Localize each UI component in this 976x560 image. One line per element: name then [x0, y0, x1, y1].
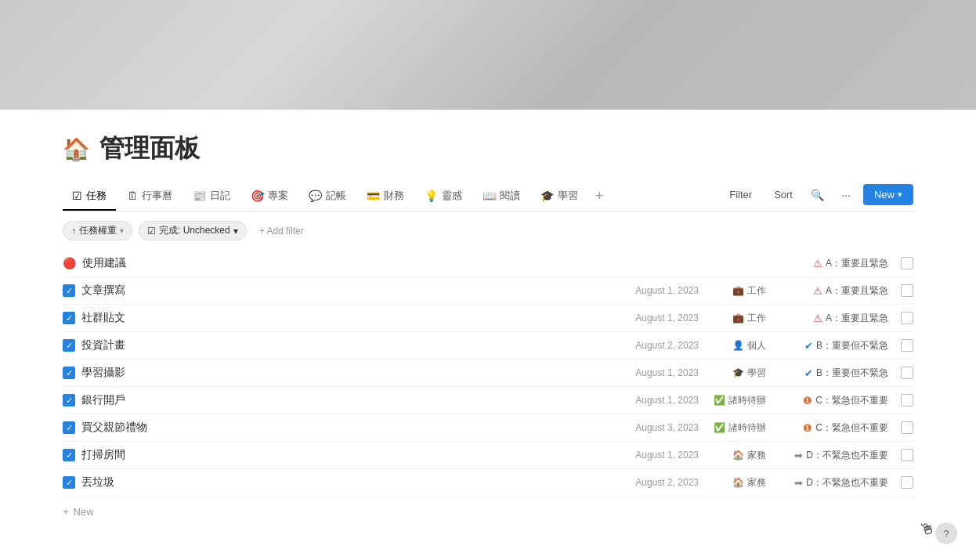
task-row[interactable]: ✓ 學習攝影 August 1, 2023 🎓學習 ✔ B：重要但不緊急 [63, 359, 913, 387]
task-category: 🎓學習 [711, 367, 766, 380]
task-row[interactable]: ✓ 丟垃圾 August 2, 2023 🏠家務 ➡ D：不緊急也不重要 [63, 469, 913, 497]
tab-learning[interactable]: 🎓學習 [531, 182, 587, 211]
help-button[interactable]: ? [935, 522, 957, 544]
task-row-checkbox[interactable] [901, 394, 913, 406]
task-name: 打掃房間 [81, 448, 629, 462]
filter-button[interactable]: Filter [721, 185, 760, 204]
task-category: 💼工作 [711, 312, 766, 325]
tab-reading[interactable]: 📖閱讀 [473, 182, 530, 211]
task-status-check[interactable]: ✓ [63, 339, 75, 352]
sort-button[interactable]: Sort [766, 185, 801, 204]
priority-icon: ✔ [804, 367, 813, 379]
task-name: 學習攝影 [81, 366, 629, 380]
task-date: August 1, 2023 [635, 450, 699, 461]
tab-label-reading: 閱讀 [500, 189, 520, 203]
tab-icon-finance: 💳 [367, 190, 380, 202]
task-status-check[interactable]: ✓ [63, 367, 75, 379]
page-icon: 🏠 [63, 136, 90, 162]
more-button[interactable]: ··· [835, 184, 857, 206]
search-button[interactable]: 🔍 [807, 184, 829, 206]
task-row[interactable]: ✓ 投資計畫 August 2, 2023 👤個人 ✔ B：重要但不緊急 [63, 332, 913, 359]
task-date: August 2, 2023 [635, 477, 699, 488]
priority-label: B：重要但不緊急 [816, 367, 888, 380]
category-icon: 🎓 [732, 367, 744, 378]
tab-icon-calendar: 🗓 [127, 190, 138, 202]
filters-row: ↑ 任務權重 ▾ ☑ 完成: Unchecked ▾ + Add filter [63, 211, 913, 247]
tab-ideas[interactable]: 💡靈感 [415, 182, 472, 211]
task-priority: ⚠ A：重要且緊急 [779, 257, 888, 270]
tab-diary[interactable]: 📰日記 [183, 182, 240, 211]
task-row[interactable]: ✓ 文章撰寫 August 1, 2023 💼工作 ⚠ A：重要且緊急 [63, 277, 913, 305]
task-status-check[interactable]: ✓ [63, 476, 75, 489]
task-date: August 2, 2023 [635, 340, 699, 351]
task-category: ✅諸時待辦 [711, 421, 766, 435]
task-name: 買父親節禮物 [81, 421, 629, 435]
priority-filter-icon: ↑ [71, 226, 76, 237]
tab-label-tasks: 任務 [86, 189, 107, 203]
task-row[interactable]: ✓ 銀行開戶 August 1, 2023 ✅諸時待辦 ❶ C：緊急但不重要 [63, 387, 913, 414]
task-meta: ⚠ A：重要且緊急 [779, 257, 888, 270]
done-filter-label: 完成: Unchecked [159, 224, 230, 237]
tab-calendar[interactable]: 🗓行事曆 [117, 182, 182, 211]
task-row-checkbox[interactable] [901, 284, 913, 297]
priority-label: C：緊急但不重要 [815, 394, 888, 407]
task-row-checkbox[interactable] [901, 421, 913, 434]
page-content: 🏠 管理面板 ☑任務🗓行事曆📰日記🎯專案💬記帳💳財務💡靈感📖閱讀🎓學習+ Fil… [0, 110, 976, 560]
add-filter-button[interactable]: + Add filter [253, 223, 310, 239]
task-meta: August 1, 2023 💼工作 ⚠ A：重要且緊急 [635, 312, 888, 325]
priority-label: D：不緊急也不重要 [806, 449, 888, 462]
tab-icon-diary: 📰 [193, 190, 206, 202]
task-row-checkbox[interactable] [901, 449, 913, 461]
task-meta: August 2, 2023 🏠家務 ➡ D：不緊急也不重要 [635, 476, 888, 490]
task-row-checkbox[interactable] [901, 476, 913, 489]
tab-icon-learning: 🎓 [540, 190, 554, 202]
category-icon: 💼 [732, 285, 744, 296]
task-row[interactable]: ✓ 買父親節禮物 August 3, 2023 ✅諸時待辦 ❶ C：緊急但不重要 [63, 414, 913, 442]
tab-ledger[interactable]: 💬記帳 [299, 182, 356, 211]
tab-tasks[interactable]: ☑任務 [63, 182, 116, 211]
task-status-check[interactable]: ✓ [63, 284, 75, 297]
task-status-check[interactable]: ✓ [63, 449, 75, 461]
tab-label-diary: 日記 [210, 189, 230, 203]
page-title: 管理面板 [99, 132, 200, 166]
priority-filter-arrow: ▾ [120, 226, 124, 235]
header-banner [0, 0, 976, 110]
task-status-check[interactable]: ✓ [63, 421, 75, 434]
task-row[interactable]: 🔴 使用建議 ⚠ A：重要且緊急 [63, 250, 913, 277]
new-task-plus-icon: + [63, 506, 69, 518]
priority-label: D：不緊急也不重要 [806, 476, 888, 490]
task-row-checkbox[interactable] [901, 312, 913, 324]
add-filter-label: + Add filter [259, 226, 304, 237]
task-row-checkbox[interactable] [901, 257, 913, 269]
task-priority: ⚠ A：重要且緊急 [779, 312, 888, 325]
task-date: August 1, 2023 [635, 313, 699, 323]
priority-filter-label: 任務權重 [79, 224, 117, 237]
task-meta: August 1, 2023 ✅諸時待辦 ❶ C：緊急但不重要 [635, 394, 888, 407]
task-row-checkbox[interactable] [901, 339, 913, 352]
category-icon: ✅ [714, 422, 725, 433]
task-category: 👤個人 [711, 339, 766, 352]
tab-project[interactable]: 🎯專案 [241, 182, 298, 211]
task-row-checkbox[interactable] [901, 367, 913, 379]
task-status-check[interactable]: ✓ [63, 394, 75, 406]
tab-add-button[interactable]: + [589, 182, 610, 211]
tab-finance[interactable]: 💳財務 [357, 182, 414, 211]
new-task-row[interactable]: + New [63, 497, 913, 521]
priority-filter[interactable]: ↑ 任務權重 ▾ [63, 221, 132, 240]
task-meta: August 1, 2023 🏠家務 ➡ D：不緊急也不重要 [635, 449, 888, 462]
task-date: August 1, 2023 [635, 367, 699, 378]
task-date: August 1, 2023 [635, 285, 699, 296]
task-name: 投資計畫 [81, 338, 629, 352]
task-name: 銀行開戶 [81, 393, 629, 407]
new-button[interactable]: New ▾ [863, 184, 913, 205]
tab-label-learning: 學習 [558, 189, 578, 203]
new-task-label: New [74, 506, 94, 518]
task-status-check[interactable]: ✓ [63, 312, 75, 324]
task-category: 💼工作 [711, 284, 766, 298]
done-filter-icon: ☑ [147, 226, 156, 237]
task-row[interactable]: ✓ 打掃房間 August 1, 2023 🏠家務 ➡ D：不緊急也不重要 [63, 442, 913, 469]
done-filter[interactable]: ☑ 完成: Unchecked ▾ [139, 221, 247, 240]
priority-label: A：重要且緊急 [826, 257, 888, 270]
task-name: 使用建議 [82, 256, 772, 270]
task-row[interactable]: ✓ 社群貼文 August 1, 2023 💼工作 ⚠ A：重要且緊急 [63, 305, 913, 332]
